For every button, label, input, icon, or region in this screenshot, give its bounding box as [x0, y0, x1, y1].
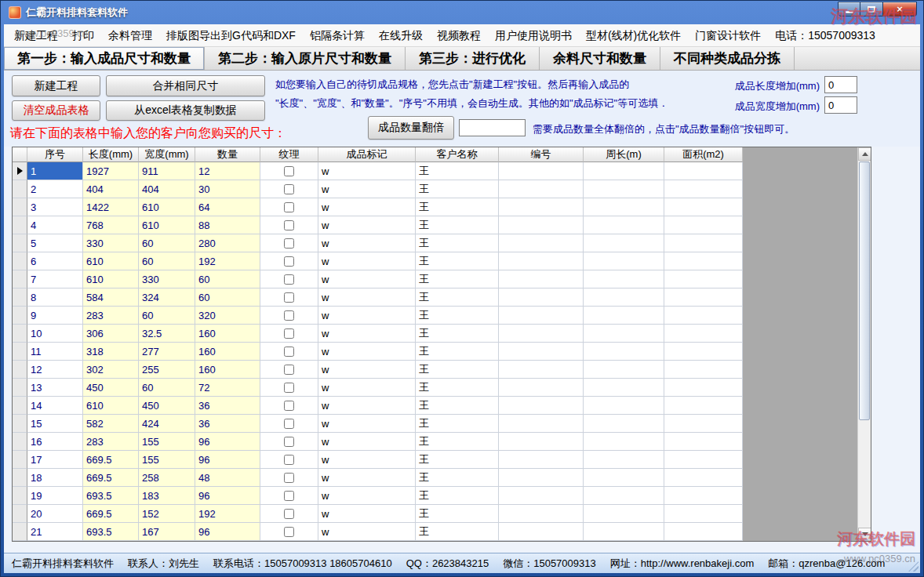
cell-texture[interactable]: [260, 252, 318, 270]
column-header-5[interactable]: 纹理: [260, 147, 318, 162]
cell-mark[interactable]: w: [318, 433, 416, 451]
cell-area[interactable]: [664, 198, 743, 216]
cell-mark[interactable]: w: [318, 270, 416, 288]
cell-code[interactable]: [499, 433, 584, 451]
cell-area[interactable]: [664, 234, 743, 252]
cell-width[interactable]: 404: [139, 180, 195, 198]
cell-customer[interactable]: 王: [416, 234, 499, 252]
cell-texture[interactable]: [260, 234, 318, 252]
cell-seq[interactable]: 9: [27, 307, 83, 325]
cell-seq[interactable]: 20: [27, 505, 83, 523]
cell-qty[interactable]: 30: [195, 180, 260, 198]
row-indicator[interactable]: [13, 180, 27, 198]
cell-seq[interactable]: 18: [27, 469, 83, 487]
row-indicator[interactable]: [13, 252, 27, 270]
cell-length[interactable]: 693.5: [83, 523, 139, 541]
cell-perimeter[interactable]: [584, 288, 664, 307]
cell-qty[interactable]: 96: [195, 451, 260, 469]
cell-area[interactable]: [664, 361, 743, 379]
cell-code[interactable]: [499, 162, 584, 180]
row-indicator[interactable]: [13, 198, 27, 216]
cell-area[interactable]: [664, 415, 743, 433]
cell-area[interactable]: [664, 216, 743, 234]
cell-code[interactable]: [499, 252, 584, 270]
scrollbar-thumb[interactable]: [859, 161, 870, 420]
cell-code[interactable]: [499, 198, 584, 216]
cell-perimeter[interactable]: [584, 487, 664, 505]
cell-code[interactable]: [499, 288, 584, 307]
cell-mark[interactable]: w: [318, 361, 416, 379]
cell-mark[interactable]: w: [318, 487, 416, 505]
cell-area[interactable]: [664, 505, 743, 523]
cell-texture[interactable]: [260, 487, 318, 505]
row-indicator[interactable]: [13, 487, 27, 505]
cell-code[interactable]: [499, 234, 584, 252]
row-indicator[interactable]: [13, 307, 27, 325]
double-quantity-button[interactable]: 成品数量翻倍: [368, 116, 454, 140]
cell-mark[interactable]: w: [318, 252, 416, 270]
cell-code[interactable]: [499, 379, 584, 397]
length-increase-input[interactable]: [824, 76, 857, 93]
cell-seq[interactable]: 21: [27, 523, 83, 541]
cell-area[interactable]: [664, 180, 743, 198]
texture-checkbox[interactable]: [284, 184, 294, 194]
cell-code[interactable]: [499, 397, 584, 415]
cell-mark[interactable]: w: [318, 325, 416, 343]
cell-seq[interactable]: 19: [27, 487, 83, 505]
row-indicator[interactable]: [13, 397, 27, 415]
cell-seq[interactable]: 11: [27, 343, 83, 361]
texture-checkbox[interactable]: [284, 328, 294, 339]
cell-mark[interactable]: w: [318, 234, 416, 252]
cell-width[interactable]: 277: [139, 343, 195, 361]
cell-perimeter[interactable]: [584, 252, 664, 270]
cell-perimeter[interactable]: [584, 198, 664, 216]
texture-checkbox[interactable]: [284, 347, 294, 357]
cell-texture[interactable]: [260, 198, 318, 216]
cell-texture[interactable]: [260, 361, 318, 379]
cell-mark[interactable]: w: [318, 379, 416, 397]
cell-texture[interactable]: [260, 433, 318, 451]
texture-checkbox[interactable]: [284, 274, 294, 285]
cell-length[interactable]: 584: [83, 288, 139, 307]
row-indicator[interactable]: [13, 343, 27, 361]
column-header-2[interactable]: 长度(mm): [83, 147, 139, 162]
cell-length[interactable]: 768: [83, 216, 139, 234]
row-indicator[interactable]: [13, 469, 27, 487]
cell-perimeter[interactable]: [584, 379, 664, 397]
cell-qty[interactable]: 192: [195, 252, 260, 270]
cell-texture[interactable]: [260, 523, 318, 541]
cell-mark[interactable]: w: [318, 216, 416, 234]
cell-code[interactable]: [499, 505, 584, 523]
resize-grip[interactable]: [908, 561, 919, 572]
texture-checkbox[interactable]: [284, 256, 294, 267]
cell-area[interactable]: [664, 325, 743, 343]
cell-customer[interactable]: 王: [416, 307, 499, 325]
cell-customer[interactable]: 王: [416, 505, 499, 523]
texture-checkbox[interactable]: [284, 509, 294, 519]
cell-mark[interactable]: w: [318, 523, 416, 541]
cell-mark[interactable]: w: [318, 505, 416, 523]
cell-width[interactable]: 450: [139, 397, 195, 415]
menu-item-3[interactable]: 余料管理: [101, 24, 159, 46]
menu-item-1[interactable]: 新建工程: [7, 24, 65, 46]
column-header-7[interactable]: 客户名称: [416, 147, 499, 162]
cell-area[interactable]: [664, 252, 743, 270]
cell-code[interactable]: [499, 523, 584, 541]
column-header-9[interactable]: 周长(m): [584, 147, 664, 162]
texture-checkbox[interactable]: [284, 401, 294, 411]
cell-perimeter[interactable]: [584, 325, 664, 343]
merge-same-size-button[interactable]: 合并相同尺寸: [106, 75, 265, 96]
cell-area[interactable]: [664, 451, 743, 469]
texture-checkbox[interactable]: [284, 491, 294, 501]
menu-item-8[interactable]: 用户使用说明书: [488, 24, 579, 46]
cell-mark[interactable]: w: [318, 451, 416, 469]
cell-qty[interactable]: 320: [195, 307, 260, 325]
tab-step-3[interactable]: 第三步：进行优化: [406, 47, 540, 70]
cell-width[interactable]: 60: [139, 307, 195, 325]
cell-perimeter[interactable]: [584, 216, 664, 234]
cell-texture[interactable]: [260, 162, 318, 180]
cell-qty[interactable]: 160: [195, 361, 260, 379]
cell-texture[interactable]: [260, 505, 318, 523]
cell-mark[interactable]: w: [318, 288, 416, 307]
cell-seq[interactable]: 10: [27, 325, 83, 343]
